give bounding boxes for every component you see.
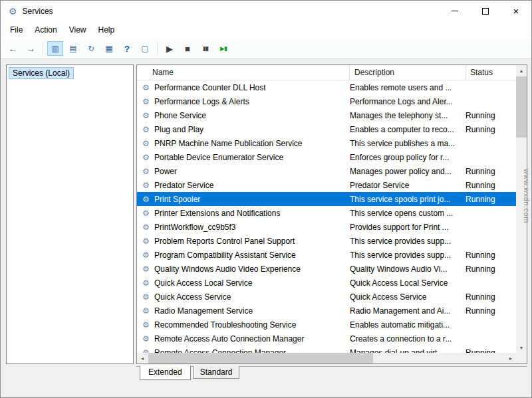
- service-row[interactable]: ⚙Plug and PlayEnables a computer to reco…: [137, 122, 516, 136]
- service-name: Power: [151, 167, 345, 176]
- service-gear-icon: ⚙: [141, 251, 151, 259]
- scroll-down-icon[interactable]: ▼: [516, 342, 527, 353]
- service-gear-icon: ⚙: [141, 153, 151, 161]
- menu-item-view[interactable]: View: [63, 21, 92, 39]
- menu-bar: FileActionViewHelp: [1, 21, 531, 39]
- service-row[interactable]: ⚙Performance Logs & AlertsPerformance Lo…: [137, 94, 516, 108]
- watermark: www.wxdn.com: [523, 169, 531, 223]
- services-list-panel: Name Description Status ⚙Performance Cou…: [136, 64, 527, 364]
- service-gear-icon: ⚙: [141, 98, 151, 106]
- pause-service-icon[interactable]: ▮▮: [198, 41, 213, 56]
- refresh-icon[interactable]: ↻: [83, 41, 99, 56]
- back-icon[interactable]: ←: [5, 41, 21, 56]
- minimize-icon: [452, 11, 458, 11]
- console-tree-panel: Services (Local): [6, 64, 134, 364]
- scroll-up-icon[interactable]: ▲: [516, 65, 527, 76]
- service-description: Enforces group policy for r...: [345, 153, 461, 162]
- service-name: Plug and Play: [151, 125, 345, 134]
- service-row[interactable]: ⚙Quick Access ServiceQuick Access Servic…: [137, 290, 516, 304]
- service-row[interactable]: ⚙Remote Access Connection ManagerManages…: [137, 346, 516, 353]
- minimize-button[interactable]: [440, 1, 470, 21]
- maximize-icon: [482, 8, 489, 15]
- service-name: Printer Extensions and Notifications: [151, 209, 345, 218]
- service-name: Recommended Troubleshooting Service: [151, 320, 345, 330]
- menu-item-action[interactable]: Action: [29, 21, 63, 39]
- export-list-icon[interactable]: ▦: [101, 41, 117, 56]
- service-row[interactable]: ⚙Portable Device Enumerator ServiceEnfor…: [137, 150, 516, 164]
- service-row[interactable]: ⚙Printer Extensions and NotificationsThi…: [137, 206, 516, 220]
- service-row[interactable]: ⚙PowerManages power policy and...Running: [137, 164, 516, 178]
- service-row[interactable]: ⚙Remote Access Auto Connection ManagerCr…: [137, 332, 516, 346]
- service-status: Running: [461, 181, 516, 190]
- service-status: Running: [461, 250, 516, 260]
- service-description: Enables a computer to reco...: [345, 125, 461, 134]
- service-name: Print Spooler: [151, 195, 345, 204]
- service-gear-icon: ⚙: [141, 181, 151, 189]
- scroll-right-icon[interactable]: ►: [505, 353, 516, 363]
- toolbar-separator: [157, 42, 158, 55]
- forward-icon[interactable]: →: [23, 41, 39, 56]
- help-icon[interactable]: ?: [119, 41, 135, 56]
- service-gear-icon: ⚙: [141, 237, 151, 245]
- service-description: Manages power policy and...: [345, 167, 461, 176]
- service-row[interactable]: ⚙Quality Windows Audio Video ExperienceQ…: [137, 262, 516, 276]
- tree-item-services-local[interactable]: Services (Local): [9, 67, 74, 79]
- service-status: Running: [461, 264, 516, 274]
- service-description: This service provides supp...: [345, 250, 461, 260]
- service-row[interactable]: ⚙Recommended Troubleshooting ServiceEnab…: [137, 318, 516, 332]
- service-status: Running: [461, 167, 516, 176]
- service-row[interactable]: ⚙Predator ServicePredator ServiceRunning: [137, 178, 516, 192]
- menu-item-file[interactable]: File: [4, 21, 29, 39]
- stop-service-icon[interactable]: ■: [180, 41, 196, 56]
- service-gear-icon: ⚙: [141, 293, 151, 301]
- service-rows: ⚙Performance Counter DLL HostEnables rem…: [137, 80, 516, 353]
- service-description: Manages dial-up and virt...: [345, 348, 461, 353]
- start-service-icon[interactable]: ▶: [162, 41, 178, 56]
- restart-service-icon[interactable]: ▶▮: [215, 41, 231, 56]
- properties-icon[interactable]: ▤: [65, 41, 81, 56]
- column-header-status[interactable]: Status: [466, 65, 516, 80]
- show-console-tree-icon[interactable]: ▥: [47, 41, 63, 56]
- service-gear-icon: ⚙: [141, 209, 151, 217]
- title-bar: ⚙ Services ×: [1, 1, 531, 21]
- service-name: Performance Logs & Alerts: [151, 97, 345, 106]
- service-name: Remote Access Connection Manager: [151, 348, 345, 353]
- tab-standard[interactable]: Standard: [193, 366, 240, 379]
- column-header-description[interactable]: Description: [350, 65, 466, 80]
- service-row[interactable]: ⚙PNRP Machine Name Publication ServiceTh…: [137, 136, 516, 150]
- scroll-left-icon[interactable]: ◄: [137, 353, 148, 363]
- service-description: Provides support for Print ...: [345, 223, 461, 232]
- horizontal-scrollbar[interactable]: ◄ ►: [137, 353, 516, 363]
- service-gear-icon: ⚙: [141, 321, 151, 329]
- service-name: Portable Device Enumerator Service: [151, 153, 345, 162]
- service-gear-icon: ⚙: [141, 126, 151, 134]
- close-icon: ×: [513, 6, 519, 16]
- service-name: Quick Access Service: [151, 292, 345, 302]
- close-button[interactable]: ×: [501, 1, 531, 21]
- tab-extended[interactable]: Extended: [140, 365, 191, 380]
- vertical-scroll-thumb[interactable]: [516, 76, 527, 138]
- service-row[interactable]: ⚙Phone ServiceManages the telephony st..…: [137, 108, 516, 122]
- service-row[interactable]: ⚙PrintWorkflow_cc9b5f3Provides support f…: [137, 220, 516, 234]
- toolbar-separator: [43, 42, 43, 55]
- service-row[interactable]: ⚙Quick Access Local ServiceQuick Access …: [137, 276, 516, 290]
- service-row[interactable]: ⚙Problem Reports Control Panel SupportTh…: [137, 234, 516, 248]
- menu-item-help[interactable]: Help: [92, 21, 121, 39]
- service-description: Enables automatic mitigati...: [345, 320, 461, 330]
- service-row[interactable]: ⚙Print SpoolerThis service spools print …: [137, 192, 516, 206]
- service-description: This service provides supp...: [345, 237, 461, 246]
- service-gear-icon: ⚙: [141, 195, 151, 203]
- service-description: This service opens custom ...: [345, 209, 461, 218]
- service-row[interactable]: ⚙Performance Counter DLL HostEnables rem…: [137, 80, 516, 94]
- service-description: Quick Access Local Service: [345, 278, 461, 288]
- service-name: Remote Access Auto Connection Manager: [151, 334, 345, 344]
- service-gear-icon: ⚙: [141, 140, 151, 148]
- service-name: Program Compatibility Assistant Service: [151, 250, 345, 260]
- horizontal-scroll-thumb[interactable]: [148, 353, 373, 363]
- service-description: Performance Logs and Aler...: [345, 97, 461, 106]
- service-row[interactable]: ⚙Program Compatibility Assistant Service…: [137, 248, 516, 262]
- show-action-pane-icon[interactable]: ▢: [137, 41, 153, 56]
- service-row[interactable]: ⚙Radio Management ServiceRadio Managemen…: [137, 304, 516, 318]
- column-header-name[interactable]: Name: [137, 65, 350, 80]
- maximize-button[interactable]: [470, 1, 501, 21]
